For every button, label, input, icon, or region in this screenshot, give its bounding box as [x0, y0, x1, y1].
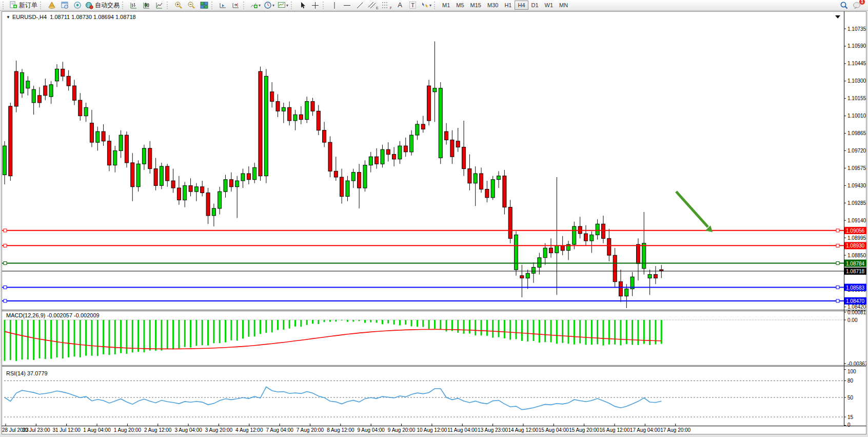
candle	[177, 188, 181, 200]
timeframe-button-m1[interactable]: M1	[439, 1, 453, 10]
candle	[351, 173, 355, 181]
candle	[183, 185, 187, 200]
line-handle	[836, 262, 839, 265]
candle	[508, 207, 512, 239]
candle	[340, 177, 344, 196]
candle	[131, 163, 134, 187]
candle	[555, 245, 559, 253]
toolbar-grip[interactable]	[434, 2, 437, 9]
candle	[235, 181, 239, 187]
timeframe-button-m15[interactable]: M15	[467, 1, 484, 10]
market-watch-button[interactable]	[45, 0, 58, 10]
timeframe-button-h4[interactable]: H4	[515, 1, 528, 10]
trendline-button[interactable]	[353, 0, 366, 10]
templates-button[interactable]: ▾	[276, 0, 290, 10]
candle	[38, 96, 42, 103]
periods-button[interactable]: ▾	[262, 0, 276, 10]
toolbar-grip[interactable]	[291, 2, 294, 9]
auto-trading-button[interactable]: 自动交易	[84, 0, 121, 10]
zoom-out-icon	[187, 1, 195, 9]
indicators-button[interactable]: ▾	[248, 0, 262, 10]
line-handle	[4, 244, 7, 247]
market-watch-icon	[48, 1, 56, 9]
line-handle	[836, 286, 839, 289]
price-tick-label: 1.10735	[847, 26, 866, 32]
candle	[21, 72, 24, 93]
toolbar-grip[interactable]	[122, 2, 125, 9]
price-line-tag-label: 1.08930	[846, 243, 865, 249]
candle	[497, 176, 501, 180]
templates-icon	[278, 1, 286, 9]
chart-window: 1.107351.105901.104451.103001.101551.100…	[2, 11, 866, 434]
timeframe-button-m30[interactable]: M30	[484, 1, 501, 10]
time-axis-label: 16 Aug 12:00	[600, 427, 630, 433]
price-line-tag-label: 1.08583	[846, 285, 865, 291]
channel-sub-label: E	[376, 6, 379, 10]
candle	[61, 69, 65, 76]
candle	[14, 71, 18, 106]
timeframe-button-w1[interactable]: W1	[542, 1, 557, 10]
price-tick-label: 1.09575	[847, 165, 866, 171]
candle	[584, 234, 588, 241]
rsi-axis-label: 15	[847, 414, 854, 420]
auto-scroll-button[interactable]	[216, 0, 229, 10]
candle	[49, 85, 53, 97]
signals-button[interactable]	[71, 0, 84, 10]
rsi-axis-label: 100	[847, 369, 856, 374]
candle	[381, 149, 384, 164]
search-button[interactable]	[838, 0, 851, 10]
candle	[26, 81, 30, 88]
candle	[3, 146, 7, 175]
toolbar-grip[interactable]	[167, 2, 170, 9]
dropdown-arrow-icon: ▾	[429, 3, 431, 8]
timeframe-button-h1[interactable]: H1	[501, 1, 515, 10]
timeframe-button-mn[interactable]: MN	[556, 1, 571, 10]
toolbar-grip[interactable]	[40, 2, 43, 9]
candle	[194, 187, 198, 192]
zoom-in-button[interactable]	[172, 0, 185, 10]
cursor-button[interactable]	[296, 0, 309, 10]
candle	[253, 167, 257, 179]
rsi-label: RSI(14) 37.0779	[6, 370, 48, 376]
symbol-dropdown-icon[interactable]: ▼	[6, 15, 10, 20]
text-tool-button[interactable]: A	[393, 0, 406, 10]
macd-axis-label: -0.003677	[847, 361, 866, 367]
candle	[241, 174, 245, 181]
chart-shift-button[interactable]	[229, 0, 242, 10]
equidistant-channel-button[interactable]: E	[366, 0, 380, 10]
horizontal-line-button[interactable]	[341, 0, 353, 10]
toolbar-grip[interactable]	[211, 2, 214, 9]
candle	[73, 86, 76, 100]
vertical-line-button[interactable]	[328, 0, 341, 10]
macd-label: MACD(12,26,9) -0.002057 -0.002009	[6, 312, 100, 318]
crosshair-button[interactable]	[309, 0, 322, 10]
toolbar-grip[interactable]	[3, 2, 6, 9]
text-label-button[interactable]: T	[406, 0, 419, 10]
candlestick-chart-button[interactable]	[140, 0, 153, 10]
time-axis-label: 3 Aug 20:00	[205, 427, 233, 433]
arrows-tool-icon	[421, 1, 429, 9]
notifications-button[interactable]: 1	[851, 0, 863, 10]
candle	[503, 176, 506, 207]
arrows-tool-button[interactable]: ▾	[419, 0, 433, 10]
chart-canvas[interactable]: 1.107351.105901.104451.103001.101551.100…	[2, 11, 866, 434]
candle	[148, 148, 152, 169]
auto-trading-label: 自动交易	[95, 1, 120, 10]
candle	[648, 275, 652, 278]
toolbar-grip[interactable]	[323, 2, 326, 9]
zoom-out-button[interactable]	[185, 0, 198, 10]
candle	[119, 135, 123, 150]
candle	[480, 174, 483, 189]
toolbar-grip[interactable]	[243, 2, 246, 9]
bar-chart-button[interactable]	[127, 0, 140, 10]
candle	[392, 155, 396, 159]
data-window-button[interactable]	[58, 0, 71, 10]
new-order-button[interactable]: 新订单	[8, 0, 39, 10]
candle	[160, 166, 163, 185]
fibonacci-button[interactable]: F	[380, 0, 393, 10]
tile-windows-button[interactable]	[198, 0, 210, 10]
line-chart-button[interactable]	[153, 0, 166, 10]
time-axis-label: 4 Aug 12:00	[235, 427, 263, 433]
timeframe-button-d1[interactable]: D1	[528, 1, 542, 10]
timeframe-button-m5[interactable]: M5	[453, 1, 467, 10]
